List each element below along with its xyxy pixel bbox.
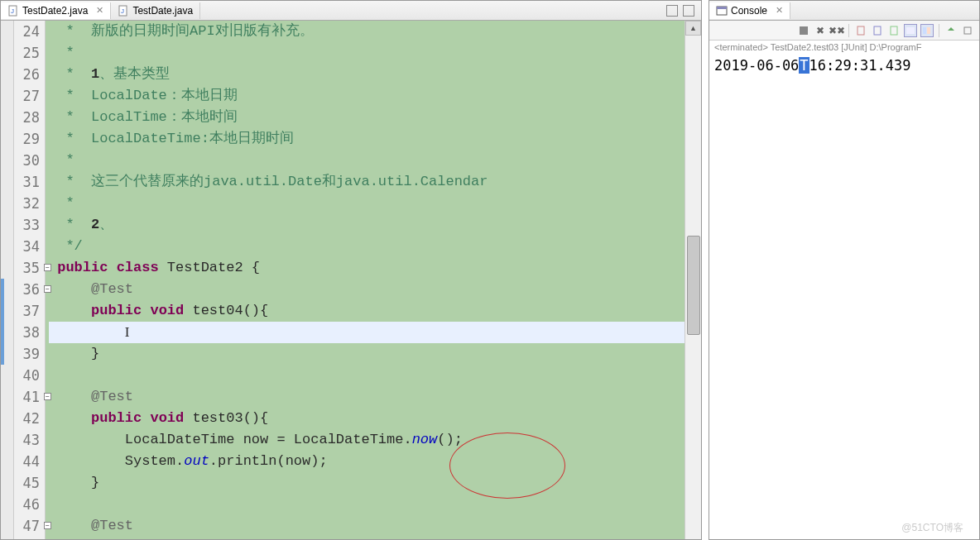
editor-pane: JTestDate2.java✕JTestDate.java 242526272… (0, 0, 702, 540)
line-number: 29 (14, 128, 40, 150)
close-icon[interactable]: ✕ (96, 5, 103, 16)
console-status: <terminated> TestDate2.test03 [JUnit] D:… (709, 41, 979, 54)
line-number: 31 (14, 171, 40, 193)
output-separator: T (799, 57, 809, 74)
tab-label: TestDate2.java (22, 5, 88, 17)
scroll-lock-icon[interactable] (871, 24, 884, 37)
line-number: 24 (14, 21, 40, 42)
code-line[interactable]: * 这三个代替原来的java.util.Date和java.util.Calen… (49, 171, 685, 193)
maximize-icon[interactable] (683, 5, 694, 17)
console-tab-label: Console (731, 5, 767, 17)
close-icon[interactable]: ✕ (776, 5, 783, 16)
svg-rect-11 (923, 27, 926, 34)
line-number-gutter: 242526272829303132333435−36−3738394041−4… (14, 21, 46, 539)
pin-console-icon[interactable] (887, 24, 901, 37)
code-line[interactable]: public void test04(){ (49, 300, 685, 322)
code-line[interactable]: public class TestDate2 { (49, 257, 685, 279)
svg-text:J: J (11, 7, 14, 15)
line-number: 27 (14, 85, 40, 107)
line-number: 28 (14, 107, 40, 128)
open-console-icon[interactable] (920, 24, 934, 37)
code-line[interactable]: @Test (49, 515, 685, 537)
line-number: 32 (14, 193, 40, 214)
code-line[interactable]: } (49, 343, 685, 365)
console-tab[interactable]: Console ✕ (709, 2, 790, 19)
svg-rect-13 (964, 27, 971, 34)
line-number: 26 (14, 64, 40, 85)
minimize-icon[interactable] (666, 5, 678, 17)
maximize-icon[interactable] (961, 24, 974, 37)
line-number: 35− (14, 257, 40, 279)
line-number: 43 (14, 429, 40, 451)
line-number: 30 (14, 150, 40, 171)
code-line[interactable]: * LocalDate：本地日期 (49, 85, 685, 107)
line-number: 45 (14, 472, 40, 494)
line-number: 46 (14, 494, 40, 515)
java-file-icon: J (118, 5, 129, 17)
line-number: 33 (14, 214, 40, 236)
remove-launch-icon[interactable]: ✖ (814, 24, 827, 37)
scroll-thumb[interactable] (687, 236, 700, 335)
tab-label: TestDate.java (132, 5, 193, 17)
line-number: 36− (14, 279, 40, 300)
svg-rect-9 (891, 26, 897, 35)
console-icon (716, 5, 728, 17)
terminate-icon[interactable] (797, 24, 810, 37)
code-line[interactable]: */ (49, 236, 685, 257)
remove-all-icon[interactable]: ✖✖ (830, 24, 843, 37)
line-number: 39 (14, 343, 40, 365)
code-line[interactable] (49, 494, 685, 515)
svg-rect-12 (927, 27, 930, 34)
line-number: 37 (14, 300, 40, 322)
line-number: 38 (14, 322, 40, 343)
console-pane: Console ✕ ✖ ✖✖ <terminated> TestDate2.te… (709, 0, 980, 540)
line-number: 41− (14, 386, 40, 408)
code-line[interactable]: * (49, 42, 685, 64)
code-line[interactable]: * 1、基本类型 (49, 64, 685, 85)
code-line[interactable]: I (49, 322, 685, 343)
editor-body[interactable]: 242526272829303132333435−36−3738394041−4… (1, 21, 701, 539)
svg-rect-7 (858, 26, 864, 35)
code-line[interactable]: @Test (49, 279, 685, 300)
java-file-icon: J (7, 5, 19, 17)
code-area[interactable]: * 新版的日期时间API对旧版有补充。 * * 1、基本类型 * LocalDa… (46, 21, 685, 539)
svg-rect-10 (906, 27, 915, 34)
code-line[interactable]: LocalDateTime now = LocalDateTime.now(); (49, 429, 685, 451)
svg-text:J: J (121, 7, 124, 15)
svg-rect-5 (717, 7, 727, 9)
display-selected-icon[interactable] (904, 24, 917, 37)
code-line[interactable] (49, 365, 685, 386)
code-line[interactable]: public void test03(){ (49, 408, 685, 429)
console-tab-bar: Console ✕ (709, 1, 979, 21)
line-number: 34 (14, 236, 40, 257)
marker-bar (1, 21, 14, 539)
line-number: 44 (14, 451, 40, 472)
svg-rect-8 (874, 26, 881, 35)
code-line[interactable]: * LocalTime：本地时间 (49, 107, 685, 128)
code-line[interactable]: @Test (49, 386, 685, 408)
clear-console-icon[interactable] (854, 24, 867, 37)
editor-tab-bar: JTestDate2.java✕JTestDate.java (1, 1, 701, 21)
scroll-up-button[interactable]: ▲ (685, 21, 701, 36)
line-number: 42 (14, 408, 40, 429)
vertical-scrollbar[interactable]: ▲ (685, 21, 701, 539)
editor-tab[interactable]: JTestDate2.java✕ (1, 2, 111, 19)
code-line[interactable]: * LocalDateTime:本地日期时间 (49, 128, 685, 150)
line-number: 47− (14, 515, 40, 537)
code-line[interactable]: * 2、 (49, 214, 685, 236)
console-toolbar: ✖ ✖✖ (709, 21, 979, 41)
output-time: 16:29:31.439 (809, 57, 911, 74)
editor-tab[interactable]: JTestDate.java (111, 2, 200, 19)
code-line[interactable]: * 新版的日期时间API对旧版有补充。 (49, 21, 685, 42)
console-output[interactable]: 2019-06-06T16:29:31.439 (709, 54, 979, 539)
line-number: 40 (14, 365, 40, 386)
code-line[interactable]: } (49, 472, 685, 494)
output-date: 2019-06-06 (714, 57, 799, 74)
svg-rect-6 (800, 26, 808, 35)
code-line[interactable]: * (49, 150, 685, 171)
code-line[interactable]: * (49, 193, 685, 214)
minimize-icon[interactable] (944, 24, 958, 37)
line-number: 25 (14, 42, 40, 64)
code-line[interactable]: System.out.println(now); (49, 451, 685, 472)
